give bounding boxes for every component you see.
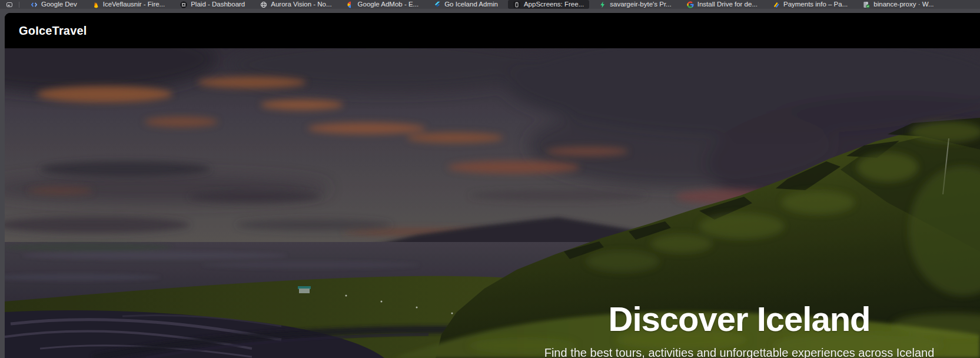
bookmark-plaid[interactable]: Plaid - Dashboard: [172, 0, 253, 9]
bookmark-appscreens[interactable]: AppScreens: Free...: [508, 0, 589, 9]
bookmark-label: Plaid - Dashboard: [191, 0, 245, 9]
hero-section: Discover Iceland Find the best tours, ac…: [5, 48, 980, 358]
appscreens-phone-icon: [513, 1, 520, 8]
side-panel-button[interactable]: [4, 0, 18, 9]
hero-copy: Discover Iceland Find the best tours, ac…: [492, 300, 980, 358]
plaid-icon: [180, 1, 187, 8]
bookmark-label: savargeir-byte's Pr...: [610, 0, 671, 9]
hero-subtitle: Find the best tours, activities and unfo…: [492, 346, 980, 358]
bookmark-label: Install Drive for de...: [697, 0, 758, 9]
google-payments-icon: [773, 1, 780, 8]
google-developers-icon: [31, 1, 38, 8]
repo-check-icon: [863, 1, 870, 8]
bookmarks-separator: [19, 2, 19, 8]
bookmark-google-admob[interactable]: Google AdMob - E...: [340, 0, 427, 9]
google-g-icon: [687, 1, 694, 8]
bookmark-label: binance-proxy · W...: [873, 0, 934, 9]
bookmarks-bar: Google Dev IceVeflausnir - Fire... Plaid…: [0, 0, 980, 9]
site-logo[interactable]: GoIceTravel: [19, 24, 87, 38]
globe-icon: [260, 1, 267, 8]
bookmark-google-dev[interactable]: Google Dev: [23, 0, 85, 9]
bookmark-binance-proxy[interactable]: binance-proxy · W...: [855, 0, 941, 9]
bookmark-install-drive[interactable]: Install Drive for de...: [679, 0, 765, 9]
bookmark-go-iceland-admin[interactable]: Go Iceland Admin: [426, 0, 506, 9]
bookmark-label: Google AdMob - E...: [358, 0, 419, 9]
bookmark-savargeir-byte[interactable]: savargeir-byte's Pr...: [592, 0, 679, 9]
bookmark-label: Google Dev: [41, 0, 77, 9]
site-header: GoIceTravel: [5, 13, 980, 48]
bookmark-label: Go Iceland Admin: [444, 0, 498, 9]
admob-icon: [347, 1, 354, 8]
firebase-flame-icon: [92, 1, 99, 8]
lightning-icon: [599, 1, 606, 8]
browser-viewport: GoIceTravel: [5, 13, 980, 358]
bookmark-payments-info[interactable]: Payments info – Pa...: [765, 0, 855, 9]
bookmark-aurora-vision[interactable]: Aurora Vision - No...: [253, 0, 339, 9]
bookmark-label: AppScreens: Free...: [524, 0, 584, 9]
side-panel-icon: [6, 1, 13, 8]
bookmark-iceveflausnir[interactable]: IceVeflausnir - Fire...: [85, 0, 172, 9]
bookmark-label: Aurora Vision - No...: [271, 0, 331, 9]
bookmark-label: IceVeflausnir - Fire...: [103, 0, 165, 9]
hero-title: Discover Iceland: [492, 300, 980, 338]
flutter-icon: [434, 1, 441, 8]
bookmark-label: Payments info – Pa...: [783, 0, 848, 9]
